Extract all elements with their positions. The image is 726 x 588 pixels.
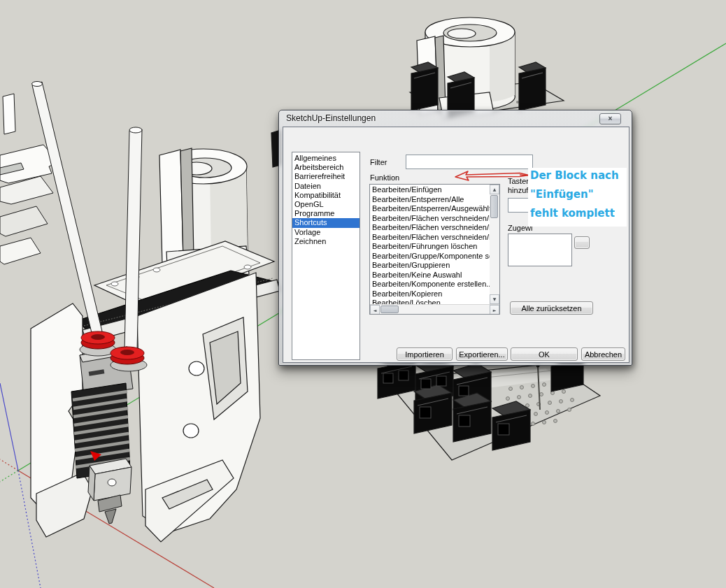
sketchup-app: { "window": { "title": "SketchUp-Einstel… [0, 0, 726, 588]
scroll-up-icon[interactable]: ▲ [490, 185, 499, 194]
function-item[interactable]: Bearbeiten/Flächen verschneiden/M [370, 223, 490, 233]
sidebar-item-allgemeines[interactable]: Allgemeines [292, 154, 360, 163]
category-list: Allgemeines Arbeitsbereich Barrierefreih… [292, 152, 360, 360]
export-button[interactable]: Exportieren... [456, 347, 508, 361]
dialog-title: SketchUp-Einstellungen [286, 113, 376, 123]
function-item[interactable]: Bearbeiten/Entsperren/Alle [370, 195, 490, 205]
sidebar-item-shortcuts[interactable]: Shortcuts [292, 218, 360, 227]
vertical-scrollbar[interactable]: ▲ ▼ [490, 185, 499, 304]
function-label: Funktion [370, 173, 399, 182]
dialog-content: Allgemeines Arbeitsbereich Barrierefreih… [283, 127, 629, 363]
cancel-button[interactable]: Abbrechen [581, 347, 625, 361]
function-item[interactable]: Bearbeiten/Führungen löschen [370, 242, 490, 252]
reset-all-button[interactable]: Alle zurücksetzen [510, 301, 593, 315]
function-item[interactable]: Bearbeiten/Kopieren [370, 289, 490, 299]
function-item[interactable]: Bearbeiten/Einfügen [370, 185, 490, 195]
annotation-note: Der Block nach "Einfügen" fehlt komplett [528, 168, 627, 227]
function-item[interactable]: Bearbeiten/Entsperren/Ausgewählt [370, 204, 490, 214]
filter-input[interactable] [406, 155, 533, 169]
annotation-line-2: "Einfügen" [530, 188, 594, 201]
function-item[interactable]: Bearbeiten/Komponente erstellen... [370, 280, 490, 289]
preferences-dialog: SketchUp-Einstellungen × Allgemeines Arb… [278, 110, 632, 366]
sidebar-item-vorlage[interactable]: Vorlage [292, 228, 360, 237]
sidebar-item-barrierefreiheit[interactable]: Barrierefreiheit [292, 172, 360, 181]
import-button[interactable]: Importieren [397, 347, 453, 361]
annotation-line-3: fehlt komplett [530, 207, 615, 220]
function-item[interactable]: Bearbeiten/Flächen verschneiden/M [370, 233, 490, 243]
sidebar-item-dateien[interactable]: Dateien [292, 182, 360, 191]
scroll-left-icon[interactable]: ◄ [370, 305, 380, 315]
function-item[interactable]: Bearbeiten/Gruppe/Komponente sch [370, 252, 490, 261]
close-icon: × [608, 115, 613, 122]
remove-shortcut-button[interactable] [574, 236, 590, 249]
function-item[interactable]: Bearbeiten/Löschen [370, 299, 490, 304]
sidebar-item-arbeitsbereich[interactable]: Arbeitsbereich [292, 163, 360, 172]
close-button[interactable]: × [599, 113, 621, 124]
ok-button[interactable]: OK [511, 347, 578, 361]
function-item[interactable]: Bearbeiten/Gruppieren [370, 261, 490, 271]
scroll-right-icon[interactable]: ► [490, 305, 499, 315]
function-rows: Bearbeiten/Einfügen Bearbeiten/Entsperre… [370, 185, 490, 304]
annotation-line-1: Der Block nach [530, 169, 619, 182]
function-item[interactable]: Bearbeiten/Flächen verschneiden/M [370, 214, 490, 224]
function-item[interactable]: Bearbeiten/Keine Auswahl [370, 271, 490, 280]
vertical-scroll-thumb[interactable] [490, 195, 498, 218]
sidebar-item-kompatibilitaet[interactable]: Kompatibilität [292, 191, 360, 200]
sidebar-item-programme[interactable]: Programme [292, 209, 360, 218]
assigned-list[interactable] [508, 234, 572, 266]
dialog-titlebar[interactable]: SketchUp-Einstellungen × [279, 110, 632, 127]
horizontal-scroll-thumb[interactable] [380, 306, 399, 313]
filter-label: Filter [370, 158, 387, 166]
horizontal-scrollbar[interactable]: ◄ ► [370, 304, 499, 314]
function-list: Bearbeiten/Einfügen Bearbeiten/Entsperre… [369, 184, 500, 315]
sidebar-item-opengl[interactable]: OpenGL [292, 200, 360, 209]
scroll-down-icon[interactable]: ▼ [490, 294, 499, 304]
sidebar-item-zeichnen[interactable]: Zeichnen [292, 237, 360, 246]
